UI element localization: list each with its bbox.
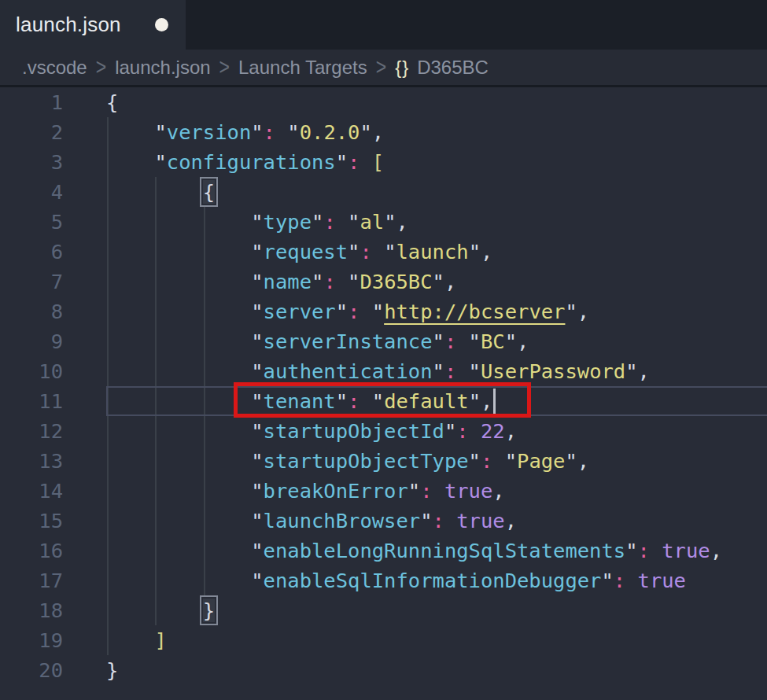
line-number[interactable]: 15 <box>0 506 63 536</box>
token-key: server <box>264 300 336 323</box>
code-text: "enableLongRunningSqlStatements": true, <box>63 536 722 566</box>
token-pun: " <box>251 120 263 144</box>
code-line[interactable]: 5 "type": "al", <box>0 207 767 237</box>
line-number[interactable]: 11 <box>0 386 63 416</box>
token-col: : <box>420 479 432 503</box>
token-key: request <box>264 240 348 263</box>
token-col: : <box>264 120 275 144</box>
token-key: configurations <box>167 150 336 174</box>
line-number[interactable]: 17 <box>0 566 63 595</box>
token-numv: true <box>662 539 710 562</box>
code-text: "server": "http://bcserver", <box>63 297 589 326</box>
breadcrumb: .vscode > launch.json > Launch Targets >… <box>0 50 767 85</box>
breadcrumb-file[interactable]: launch.json <box>115 57 210 79</box>
token-pun: " <box>251 539 263 562</box>
token-pun: , <box>444 270 456 293</box>
code-text: "launchBrowser": true, <box>63 506 517 536</box>
line-number[interactable]: 14 <box>0 476 63 506</box>
breadcrumb-section[interactable]: Launch Targets <box>238 57 367 79</box>
token-str: 0.2.0 <box>300 120 360 144</box>
token-pun: " <box>433 359 444 383</box>
token-key: enableSqlInformationDebugger <box>264 569 602 592</box>
line-number[interactable]: 2 <box>0 117 63 147</box>
token-col: : <box>360 240 371 263</box>
token-str: al <box>360 210 384 234</box>
token-ws <box>492 449 504 473</box>
token-pun: , <box>396 210 408 234</box>
code-text: } <box>63 655 118 685</box>
breadcrumb-folder[interactable]: .vscode <box>22 57 87 79</box>
token-pun: " <box>505 330 517 353</box>
line-number[interactable]: 8 <box>0 297 63 326</box>
code-line[interactable]: 12 "startupObjectId": 22, <box>0 416 767 446</box>
code-text: "breakOnError": true, <box>63 476 505 506</box>
line-number[interactable]: 18 <box>0 595 63 625</box>
token-pun: " <box>312 270 323 293</box>
token-pun: " <box>469 330 481 353</box>
code-line[interactable]: 13 "startupObjectType": "Page", <box>0 446 767 476</box>
breadcrumb-symbol[interactable]: D365BC <box>417 57 489 79</box>
line-number[interactable]: 3 <box>0 147 63 177</box>
code-line[interactable]: 1{ <box>0 87 767 117</box>
token-col: : <box>456 419 468 443</box>
token-pun: , <box>505 419 517 443</box>
token-ws <box>372 240 384 263</box>
line-number[interactable]: 20 <box>0 655 63 685</box>
token-ws <box>106 449 251 473</box>
line-number[interactable]: 4 <box>0 177 63 207</box>
tab-launch-json[interactable]: launch.json <box>0 0 186 50</box>
token-pun: " <box>251 270 263 293</box>
token-ws <box>106 539 251 562</box>
line-number[interactable]: 19 <box>0 625 63 655</box>
code-line[interactable]: 9 "serverInstance": "BC", <box>0 326 767 356</box>
code-line[interactable]: 4 { <box>0 177 767 207</box>
modified-dot-icon[interactable] <box>155 18 168 31</box>
line-number[interactable]: 9 <box>0 326 63 356</box>
code-line[interactable]: 19 ] <box>0 625 767 655</box>
line-number[interactable]: 6 <box>0 237 63 267</box>
token-pun: " <box>287 120 299 144</box>
code-line[interactable]: 7 "name": "D365BC", <box>0 267 767 297</box>
token-ws <box>106 569 251 592</box>
token-str: BC <box>481 330 505 353</box>
line-number[interactable]: 5 <box>0 207 63 237</box>
token-pun: , <box>638 359 650 383</box>
token-pun: " <box>565 300 577 323</box>
token-ws <box>106 240 251 263</box>
token-ws <box>336 270 348 293</box>
code-line[interactable]: 17 "enableSqlInformationDebugger": true <box>0 566 767 595</box>
token-brk: [ <box>372 150 384 174</box>
token-pun: " <box>348 240 360 263</box>
token-pun: , <box>577 449 589 473</box>
code-editor[interactable]: 1{2 "version": "0.2.0",3 "configurations… <box>0 87 767 700</box>
code-line[interactable]: 8 "server": "http://bcserver", <box>0 297 767 326</box>
line-number[interactable]: 10 <box>0 356 63 386</box>
line-number[interactable]: 16 <box>0 536 63 566</box>
line-number[interactable]: 1 <box>0 87 63 117</box>
code-line[interactable]: 16 "enableLongRunningSqlStatements": tru… <box>0 536 767 566</box>
token-pun: " <box>469 359 481 383</box>
token-pun: " <box>336 300 348 323</box>
code-line[interactable]: 20} <box>0 655 767 685</box>
line-number[interactable]: 7 <box>0 267 63 297</box>
token-pun: " <box>251 210 263 234</box>
token-pun: , <box>505 509 517 532</box>
token-ws <box>469 419 481 443</box>
chevron-right-icon: > <box>96 54 106 81</box>
code-line[interactable]: 6 "request": "launch", <box>0 237 767 267</box>
token-ws <box>456 359 468 383</box>
token-pun: " <box>154 150 166 174</box>
token-col: : <box>638 539 650 562</box>
code-line[interactable]: 3 "configurations": [ <box>0 147 767 177</box>
line-number[interactable]: 13 <box>0 446 63 476</box>
code-line[interactable]: 14 "breakOnError": true, <box>0 476 767 506</box>
code-line[interactable]: 18 } <box>0 595 767 625</box>
code-line[interactable]: 15 "launchBrowser": true, <box>0 506 767 536</box>
token-ws <box>275 120 287 144</box>
line-number[interactable]: 12 <box>0 416 63 446</box>
code-line[interactable]: 2 "version": "0.2.0", <box>0 117 767 147</box>
token-ws <box>106 359 251 383</box>
token-pun: " <box>433 330 444 353</box>
code-text: } <box>63 595 215 625</box>
token-ws <box>456 330 468 353</box>
